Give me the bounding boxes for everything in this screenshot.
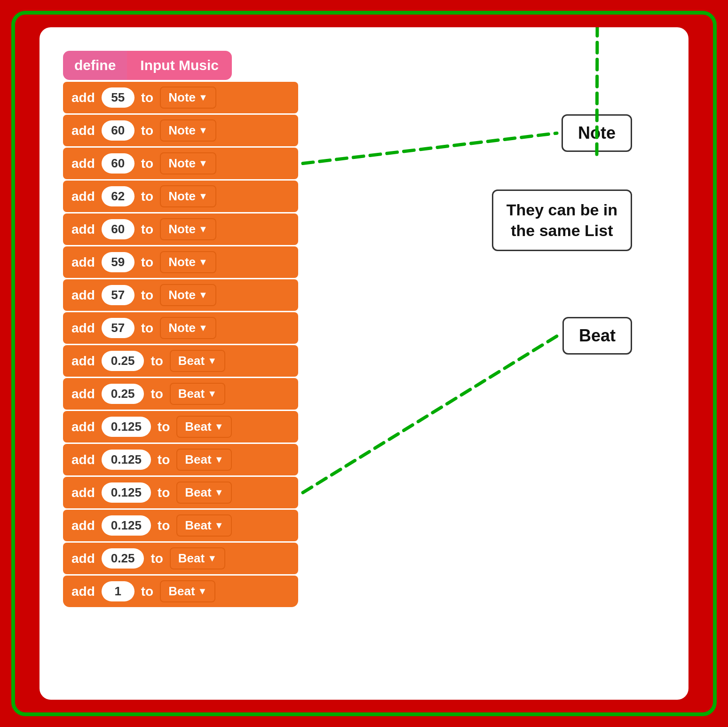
to-label-0: to [141,90,153,105]
value-oval-11: 0.125 [102,450,151,470]
block-row-4: add60toNote▼ [63,213,298,245]
to-label-12: to [158,485,170,500]
target-dropdown-7[interactable]: Note▼ [160,317,216,339]
dropdown-arrow-5: ▼ [198,257,208,268]
add-label-12: add [71,485,95,500]
to-label-13: to [158,518,170,533]
value-oval-5: 59 [102,252,135,272]
same-list-annotation-box: They can be in the same List [492,190,632,251]
dropdown-arrow-15: ▼ [198,586,207,597]
dropdown-arrow-13: ▼ [214,520,224,531]
to-label-7: to [141,321,153,336]
dropdown-arrow-6: ▼ [198,290,208,300]
add-label-15: add [71,584,95,599]
target-label-11: Beat [185,452,211,467]
to-label-8: to [150,354,163,369]
same-list-line2: the same List [511,221,613,239]
target-dropdown-13[interactable]: Beat▼ [176,514,232,537]
value-oval-7: 57 [102,318,135,338]
target-dropdown-8[interactable]: Beat▼ [170,350,225,372]
target-dropdown-1[interactable]: Note▼ [160,119,216,142]
dropdown-arrow-12: ▼ [214,487,224,498]
add-label-9: add [71,387,95,402]
target-dropdown-11[interactable]: Beat▼ [176,449,232,471]
target-dropdown-9[interactable]: Beat▼ [170,383,225,405]
to-label-15: to [141,584,153,599]
target-dropdown-5[interactable]: Note▼ [160,251,216,273]
value-oval-3: 62 [102,186,135,206]
target-dropdown-14[interactable]: Beat▼ [170,547,225,569]
annotation-area: Note&Beat List Note They can be in the s… [326,46,670,681]
target-label-2: Note [168,156,196,171]
dropdown-arrow-0: ▼ [198,92,208,103]
add-label-14: add [71,551,95,566]
dropdown-arrow-9: ▼ [207,388,217,399]
function-name-pill: Input Music [127,51,232,80]
block-row-1: add60toNote▼ [63,115,298,146]
value-oval-8: 0.25 [102,351,144,371]
target-dropdown-3[interactable]: Note▼ [160,185,216,207]
dropdown-arrow-14: ▼ [207,553,217,564]
value-oval-6: 57 [102,285,135,305]
value-oval-14: 0.25 [102,548,144,569]
dropdown-arrow-2: ▼ [198,158,208,169]
value-oval-9: 0.25 [102,384,144,404]
same-list-line1: They can be in [506,201,617,219]
target-label-10: Beat [185,419,211,434]
outer-border: mBot Neo define Input Music add55toNote▼… [11,11,717,716]
add-label-1: add [71,123,95,138]
title-box: Note&Beat List [440,46,555,100]
dropdown-arrow-3: ▼ [198,191,208,202]
add-label-3: add [71,189,95,204]
dropdown-arrow-10: ▼ [214,421,224,432]
add-label-6: add [71,288,95,303]
target-label-1: Note [168,123,196,138]
block-row-8: add0.25toBeat▼ [63,345,298,377]
target-label-7: Note [168,321,196,335]
block-rows-container: add55toNote▼add60toNote▼add60toNote▼add6… [63,82,298,608]
value-oval-4: 60 [102,219,135,239]
target-label-13: Beat [185,518,211,533]
value-oval-13: 0.125 [102,515,151,536]
value-oval-10: 0.125 [102,417,151,437]
target-label-5: Note [168,255,196,269]
target-label-9: Beat [178,387,205,401]
to-label-5: to [141,255,153,270]
note-annotation-box: Note [562,114,632,152]
dropdown-arrow-8: ▼ [207,356,217,366]
add-label-10: add [71,419,95,435]
block-row-6: add57toNote▼ [63,279,298,311]
beat-annotation-box: Beat [562,317,632,355]
to-label-14: to [150,551,163,566]
block-row-15: add1toBeat▼ [63,576,298,607]
target-dropdown-6[interactable]: Note▼ [160,284,216,306]
add-label-2: add [71,156,95,171]
target-label-8: Beat [178,354,205,368]
to-label-2: to [141,156,153,171]
block-row-12: add0.125toBeat▼ [63,477,298,508]
block-row-14: add0.25toBeat▼ [63,543,298,574]
to-label-4: to [141,222,153,237]
to-label-9: to [150,387,163,402]
to-label-6: to [141,288,153,303]
value-oval-2: 60 [102,153,135,174]
define-block: define Input Music [63,51,232,80]
target-label-15: Beat [168,584,195,599]
target-dropdown-2[interactable]: Note▼ [160,152,216,174]
to-label-11: to [158,452,170,467]
value-oval-0: 55 [102,87,135,108]
target-dropdown-10[interactable]: Beat▼ [176,416,232,438]
target-dropdown-0[interactable]: Note▼ [160,87,216,109]
block-row-3: add62toNote▼ [63,181,298,212]
add-label-4: add [71,222,95,237]
to-label-1: to [141,123,153,138]
inner-white-area: define Input Music add55toNote▼add60toNo… [40,27,688,700]
target-dropdown-4[interactable]: Note▼ [160,218,216,240]
target-dropdown-15[interactable]: Beat▼ [160,580,215,602]
target-dropdown-12[interactable]: Beat▼ [176,482,232,504]
target-label-3: Note [168,189,196,204]
dropdown-arrow-11: ▼ [214,454,224,465]
block-row-7: add57toNote▼ [63,312,298,344]
block-row-10: add0.125toBeat▼ [63,411,298,443]
define-pill: define [63,51,127,80]
